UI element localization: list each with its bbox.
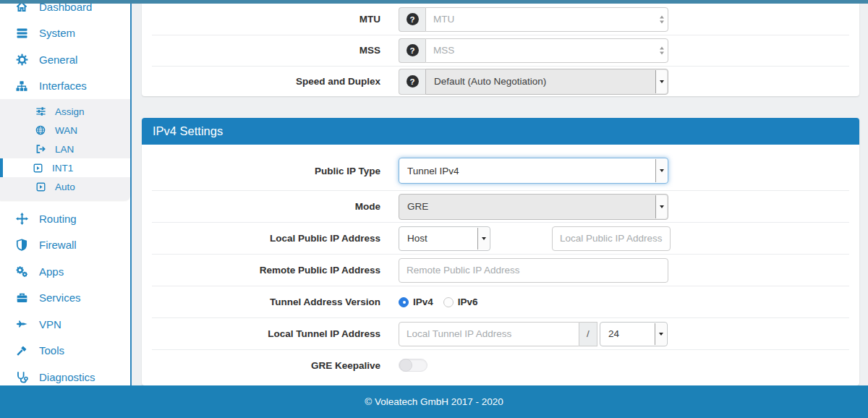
chevron-down-icon [655,70,667,93]
sidebar-item-routing[interactable]: Routing [0,205,130,232]
sidebar-item-label: General [39,54,77,66]
chevron-down-icon [655,323,666,345]
sidebar-subitem-assign[interactable]: Assign [0,102,130,121]
server-icon [14,27,29,39]
sidebar-item-firewall[interactable]: Firewall [0,232,130,259]
sidebar-subitem-auto[interactable]: Auto [0,177,130,196]
radio-ipv6-label: IPv6 [458,297,478,307]
mss-help-addon[interactable]: ? [399,38,425,63]
sidebar-item-label: Firewall [39,239,77,251]
home-icon [14,4,29,12]
sidebar: Dashboard System General Interfaces Assi… [0,4,132,385]
mode-row: Mode GRE [152,191,849,223]
plane-icon [14,318,29,330]
gear-icon [14,54,29,65]
radio-ipv6[interactable]: IPv6 [443,297,478,307]
sidebar-item-label: Services [39,291,81,304]
remote-public-ip-row: Remote Public IP Address [152,255,849,286]
speed-duplex-select[interactable]: Default (Auto Negotiation) [425,69,668,95]
gre-keepalive-row: GRE Keepalive [152,350,849,380]
tunnel-address-version-row: Tunnel Address Version IPv4 IPv6 [152,286,849,318]
ipv4-settings-card: IPv4 Settings Public IP Type Tunnel IPv4… [142,118,859,385]
local-public-ip-row: Local Public IP Address Host [152,223,849,255]
section-title: IPv4 Settings [153,124,223,138]
sitemap-icon [14,80,29,92]
mss-input[interactable] [425,38,668,63]
gre-keepalive-label: GRE Keepalive [152,360,380,371]
main-content: MTU ? MSS ? Speed and Duplex [133,4,868,385]
chevron-down-icon [655,195,667,218]
sidebar-subitem-lan[interactable]: LAN [0,140,130,158]
prefix-length-select[interactable]: 24 [600,322,668,346]
mtu-input[interactable] [425,7,668,32]
signout-icon [35,144,46,154]
mtu-help-addon[interactable]: ? [399,7,425,32]
speed-duplex-label: Speed and Duplex [152,76,380,87]
local-tunnel-ip-input[interactable] [399,322,579,346]
sidebar-subitem-label: LAN [55,144,74,155]
sidebar-item-label: Tools [39,344,64,357]
footer: © Voleatech GmbH 2017 - 2020 [0,385,868,418]
remote-public-ip-label: Remote Public IP Address [152,265,380,276]
speed-duplex-help-addon[interactable]: ? [399,69,425,95]
sidebar-subitem-wan[interactable]: WAN [0,121,130,140]
radio-ipv4-label: IPv4 [413,297,433,307]
local-public-ip-source-select[interactable]: Host [399,226,490,251]
sidebar-item-services[interactable]: Services [0,285,130,312]
ipv4-settings-header: IPv4 Settings [142,118,859,145]
mtu-label: MTU [152,14,380,25]
sidebar-item-dashboard[interactable]: Dashboard [0,4,130,20]
top-header-strip [0,0,868,4]
public-ip-type-value: Tunnel IPv4 [407,166,459,176]
globe-icon [35,125,46,135]
sidebar-subitem-label: WAN [55,125,77,136]
gre-keepalive-toggle[interactable] [399,359,427,372]
mode-label: Mode [152,201,380,212]
sidebar-item-apps[interactable]: Apps [0,258,130,285]
local-public-ip-source-value: Host [407,233,427,244]
public-ip-type-row: Public IP Type Tunnel IPv4 [152,151,849,191]
caret-square-icon [32,163,43,173]
footer-copyright: © Voleatech GmbH 2017 - 2020 [365,396,503,407]
sidebar-item-tools[interactable]: Tools [0,338,130,364]
speed-duplex-row: Speed and Duplex ? Default (Auto Negotia… [152,67,849,98]
sidebar-item-label: VPN [39,318,61,330]
mode-select[interactable]: GRE [399,194,668,220]
sidebar-item-label: Diagnostics [39,371,95,383]
interface-basics-card: MTU ? MSS ? Speed and Duplex [142,4,859,96]
sidebar-item-interfaces[interactable]: Interfaces [0,73,130,100]
sidebar-subitem-label: Auto [55,182,75,192]
local-public-ip-input[interactable] [552,226,671,251]
slash-separator: / [579,322,597,346]
remote-public-ip-input[interactable] [399,258,668,283]
sidebar-item-label: System [39,27,75,39]
gavel-icon [14,345,29,357]
mss-row: MSS ? [152,35,849,67]
sidebar-item-label: Apps [39,265,64,278]
number-spinner[interactable] [660,46,664,54]
chevron-down-icon [655,159,667,182]
caret-square-icon [35,182,46,192]
sidebar-item-diagnostics[interactable]: Diagnostics [0,364,130,385]
question-circle-icon: ? [407,44,419,56]
arrows-icon [14,213,29,224]
radio-unselected-icon [443,297,454,307]
question-circle-icon: ? [407,75,419,88]
sidebar-item-label: Interfaces [39,80,87,92]
radio-ipv4[interactable]: IPv4 [399,297,433,307]
sidebar-subitem-int1[interactable]: INT1 [0,158,130,177]
cogs-icon [14,265,29,277]
shield-icon [14,239,29,251]
public-ip-type-label: Public IP Type [152,166,380,176]
stethoscope-icon [14,371,29,383]
chevron-down-icon [477,228,489,249]
sidebar-item-system[interactable]: System [0,20,130,47]
sidebar-item-general[interactable]: General [0,46,130,73]
sidebar-item-vpn[interactable]: VPN [0,311,130,338]
public-ip-type-select[interactable]: Tunnel IPv4 [399,158,668,184]
number-spinner[interactable] [660,15,664,23]
sidebar-item-label: Dashboard [39,4,92,13]
local-public-ip-label: Local Public IP Address [152,233,380,244]
local-tunnel-ip-row: Local Tunnel IP Address / 24 [152,318,849,350]
tunnel-address-version-label: Tunnel Address Version [152,297,380,307]
